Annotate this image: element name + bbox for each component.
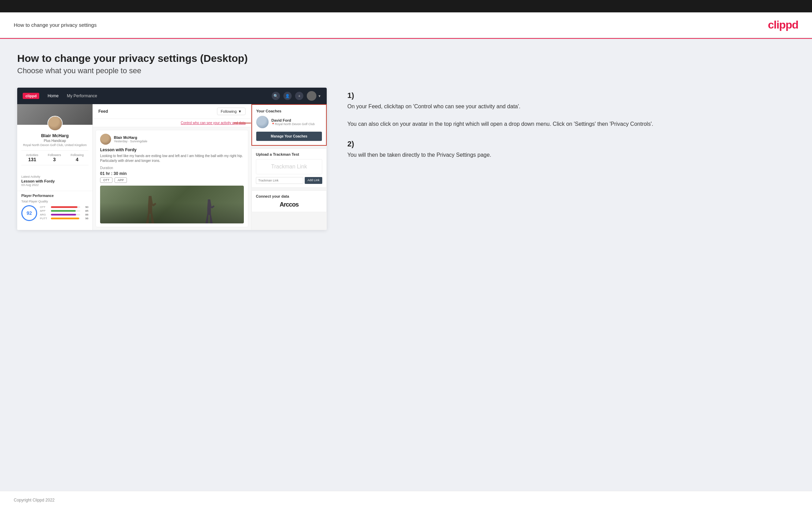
nav-logo: clippd — [23, 93, 39, 99]
profile-club: Royal North Devon Golf Club, United King… — [21, 143, 88, 147]
stat-activities-value: 131 — [26, 157, 39, 162]
coach-club: Royal North Devon Golf Club — [271, 122, 315, 126]
coach-row: David Ford Royal North Devon Golf Club — [256, 116, 322, 128]
activity-card-header: Blair McHarg Yesterday · Sunningdale — [100, 134, 244, 145]
stat-following: Following 4 — [71, 153, 84, 162]
bar-ott: OTT 90 — [40, 206, 88, 209]
app-nav: clippd Home My Performance 🔍 👤 + ▼ — [17, 88, 327, 104]
profile-cover — [17, 104, 93, 125]
coaches-title: Your Coaches — [256, 109, 322, 113]
profile-avatar — [47, 116, 63, 131]
profile-handicap: Plus Handicap — [21, 139, 88, 143]
instruction-1-text: On your Feed, click/tap on 'Control who … — [347, 102, 795, 129]
instruction-1-num: 1) — [347, 91, 795, 100]
stat-followers-label: Followers — [48, 153, 61, 157]
stat-activities-label: Activities — [26, 153, 39, 157]
nav-icons: 🔍 👤 + ▼ — [272, 91, 321, 101]
feed-tab: Feed — [98, 109, 108, 114]
connect-section: Connect your data Arccos — [251, 190, 327, 212]
activity-card: Blair McHarg Yesterday · Sunningdale Les… — [96, 130, 248, 227]
tag-app: APP — [115, 177, 127, 183]
page-heading: How to change your privacy settings (Des… — [17, 53, 795, 64]
site-header: How to change your privacy settings clip… — [0, 12, 812, 38]
header-title: How to change your privacy settings — [14, 22, 97, 28]
profile-stats: Activities 131 Followers 3 Following 4 — [21, 150, 88, 165]
stat-following-label: Following — [71, 153, 84, 157]
arccos-logo: Arccos — [256, 201, 322, 208]
connect-title: Connect your data — [256, 194, 322, 198]
following-label: Following — [221, 109, 237, 113]
latest-activity-label: Latest Activity — [21, 175, 88, 178]
search-icon[interactable]: 🔍 — [272, 92, 280, 100]
chevron-down-icon: ▼ — [318, 94, 321, 98]
player-perf-title: Player Performance — [21, 194, 88, 198]
activity-duration-value: 01 hr : 30 min — [100, 171, 244, 176]
tpq-row: 92 OTT 90 APP 85 — [21, 205, 88, 221]
activity-meta-date: Yesterday · Sunningdale — [114, 140, 147, 143]
instruction-2-num: 2) — [347, 140, 795, 148]
footer-copyright: Copyright Clippd 2022 — [14, 498, 55, 503]
activity-tags: OTT APP — [100, 177, 244, 183]
control-link-row: Control who can see your activity and da… — [93, 119, 251, 127]
app-body: Blair McHarg Plus Handicap Royal North D… — [17, 104, 327, 230]
app-right-panel: Your Coaches David Ford Royal North Devo… — [251, 104, 327, 230]
trackman-input[interactable] — [256, 177, 303, 184]
page-subheading: Choose what you want people to see — [17, 66, 795, 75]
bar-arg: ARG 86 — [40, 213, 88, 216]
instruction-2-text: You will then be taken directly to the P… — [347, 151, 795, 159]
tpq-bars: OTT 90 APP 85 ARG — [40, 206, 88, 221]
instruction-1: 1) On your Feed, click/tap on 'Control w… — [347, 91, 795, 129]
red-arrow-line — [234, 123, 251, 123]
demo-section: clippd Home My Performance 🔍 👤 + ▼ — [17, 88, 795, 230]
stat-following-value: 4 — [71, 157, 84, 162]
person-icon[interactable]: 👤 — [283, 92, 292, 100]
nav-link-performance[interactable]: My Performance — [67, 93, 97, 98]
nav-link-home[interactable]: Home — [47, 93, 58, 98]
site-footer: Copyright Clippd 2022 — [0, 491, 812, 507]
profile-name: Blair McHarg — [21, 133, 88, 138]
trackman-placeholder: Trackman Link — [256, 159, 322, 174]
activity-duration-label: Duration — [100, 166, 244, 170]
tpq-label: Total Player Quality — [21, 200, 88, 203]
coach-avatar — [256, 116, 269, 128]
tpq-circle: 92 — [21, 205, 37, 221]
following-chevron: ▼ — [238, 109, 242, 113]
activity-avatar — [100, 134, 111, 145]
activity-desc: Looking to feel like my hands are exitin… — [100, 154, 244, 163]
activity-meta-name: Blair McHarg — [114, 135, 147, 140]
latest-activity-date: 03 Aug 2022 — [21, 183, 88, 187]
bar-putt: PUTT 96 — [40, 217, 88, 220]
instruction-2: 2) You will then be taken directly to th… — [347, 140, 795, 159]
image-overlay — [100, 203, 244, 223]
latest-activity: Latest Activity Lesson with Fordy 03 Aug… — [17, 173, 93, 189]
plus-icon[interactable]: + — [295, 92, 303, 100]
activity-title: Lesson with Fordy — [100, 147, 244, 152]
app-sidebar: Blair McHarg Plus Handicap Royal North D… — [17, 104, 93, 230]
latest-activity-name: Lesson with Fordy — [21, 179, 88, 183]
stat-activities: Activities 131 — [26, 153, 39, 162]
activity-meta: Blair McHarg Yesterday · Sunningdale — [114, 135, 147, 143]
trackman-section: Upload a Trackman Test Trackman Link Add… — [251, 148, 327, 188]
feed-header: Feed Following ▼ — [93, 104, 251, 119]
top-bar — [0, 0, 812, 12]
app-feed: Feed Following ▼ Control who can see you… — [93, 104, 251, 230]
manage-coaches-button[interactable]: Manage Your Coaches — [256, 132, 322, 141]
profile-avatar-inner — [48, 117, 62, 130]
avatar-wrap[interactable]: ▼ — [307, 91, 321, 101]
trackman-title: Upload a Trackman Test — [256, 152, 322, 156]
main-content: How to change your privacy settings (Des… — [0, 39, 812, 491]
stat-followers-value: 3 — [48, 157, 61, 162]
bar-app: APP 85 — [40, 209, 88, 212]
add-link-button[interactable]: Add Link — [305, 177, 322, 184]
nav-avatar[interactable] — [307, 91, 316, 101]
coach-name: David Ford — [271, 118, 315, 122]
profile-info: Blair McHarg Plus Handicap Royal North D… — [17, 125, 93, 173]
activity-image — [100, 186, 244, 223]
coach-info: David Ford Royal North Devon Golf Club — [271, 118, 315, 126]
coaches-section: Your Coaches David Ford Royal North Devo… — [251, 104, 327, 146]
trackman-input-row: Add Link — [256, 177, 322, 184]
player-performance: Player Performance Total Player Quality … — [17, 191, 93, 224]
clippd-logo: clippd — [768, 19, 798, 31]
tag-ott: OTT — [100, 177, 112, 183]
following-dropdown[interactable]: Following ▼ — [217, 108, 246, 115]
